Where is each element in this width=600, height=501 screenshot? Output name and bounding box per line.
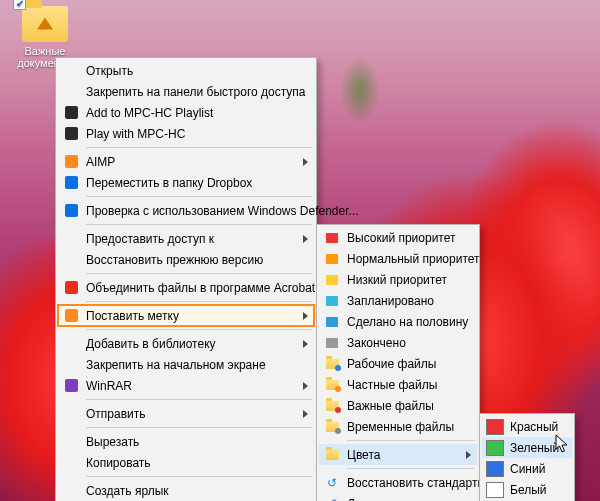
menu-item-label: Вырезать: [86, 435, 292, 449]
menu-item-label: Зеленый: [510, 441, 559, 455]
check-icon: ✔: [13, 0, 26, 10]
tag-menu-item[interactable]: Важные файлы: [319, 395, 477, 416]
color-swatch-icon: [486, 482, 504, 498]
restore-icon: ↺: [323, 475, 341, 491]
menu-item-label: AIMP: [86, 155, 292, 169]
tag-menu-item[interactable]: Цвета: [319, 444, 477, 465]
tag-menu-item[interactable]: ↺Другие иконки...: [319, 493, 477, 501]
separator: [86, 476, 312, 477]
separator: [347, 440, 475, 441]
flag-grey-icon: [323, 335, 341, 351]
separator: [86, 301, 312, 302]
context-menu-item[interactable]: Отправить: [58, 403, 314, 424]
context-menu-item[interactable]: Предоставить доступ к: [58, 228, 314, 249]
menu-item-label: Нормальный приоритет: [347, 252, 480, 266]
mpc-icon: [62, 105, 80, 121]
up-arrow-icon: [37, 17, 53, 29]
tag-menu-item[interactable]: Низкий приоритет: [319, 269, 477, 290]
blank-icon: [62, 434, 80, 450]
context-menu-item[interactable]: Закрепить на начальном экране: [58, 354, 314, 375]
color-menu-item[interactable]: Синий: [482, 458, 572, 479]
separator: [86, 196, 312, 197]
menu-item-label: Add to MPC-HC Playlist: [86, 106, 292, 120]
menu-item-label: Белый: [510, 483, 550, 497]
separator: [347, 468, 475, 469]
menu-item-label: WinRAR: [86, 379, 292, 393]
separator: [86, 329, 312, 330]
tag-menu-item[interactable]: Частные файлы: [319, 374, 477, 395]
color-menu-item[interactable]: Белый: [482, 479, 572, 500]
menu-item-label: Play with MPC-HC: [86, 127, 292, 141]
context-menu-item[interactable]: Play with MPC-HC: [58, 123, 314, 144]
tag-menu-item[interactable]: Нормальный приоритет: [319, 248, 477, 269]
menu-item-label: Переместить в папку Dropbox: [86, 176, 292, 190]
tag-menu-item[interactable]: Закончено: [319, 332, 477, 353]
separator: [86, 224, 312, 225]
acrobat-icon: [62, 280, 80, 296]
menu-item-label: Объединить файлы в программе Acrobat...: [86, 281, 325, 295]
flag-blue-icon: [323, 314, 341, 330]
color-menu-item[interactable]: Красный: [482, 416, 572, 437]
blank-icon: [62, 231, 80, 247]
menu-item-label: Частные файлы: [347, 378, 455, 392]
flag-orange-icon: [323, 251, 341, 267]
tag-menu-item[interactable]: Рабочие файлы: [319, 353, 477, 374]
menu-item-label: Запланировано: [347, 294, 455, 308]
folder-icon: ✔: [22, 6, 68, 42]
menu-item-label: Предоставить доступ к: [86, 232, 292, 246]
menu-item-label: Сделано на половину: [347, 315, 468, 329]
context-menu-item[interactable]: Объединить файлы в программе Acrobat...: [58, 277, 314, 298]
context-menu-item[interactable]: Закрепить на панели быстрого доступа: [58, 81, 314, 102]
blank-icon: [62, 455, 80, 471]
menu-item-label: Низкий приоритет: [347, 273, 455, 287]
context-menu-item[interactable]: Копировать: [58, 452, 314, 473]
fold-grey-icon: [323, 419, 341, 435]
tag-menu-item[interactable]: Запланировано: [319, 290, 477, 311]
blank-icon: [62, 406, 80, 422]
context-menu-item[interactable]: Проверка с использованием Windows Defend…: [58, 200, 314, 221]
separator: [86, 427, 312, 428]
menu-item-label: Проверка с использованием Windows Defend…: [86, 204, 359, 218]
separator: [86, 399, 312, 400]
tag-menu-item[interactable]: Временные файлы: [319, 416, 477, 437]
context-menu-tag: Высокий приоритетНормальный приоритетНиз…: [316, 224, 480, 501]
context-menu-item[interactable]: WinRAR: [58, 375, 314, 396]
context-menu-item[interactable]: Add to MPC-HC Playlist: [58, 102, 314, 123]
menu-item-label: Восстановить прежнюю версию: [86, 253, 292, 267]
context-menu-item[interactable]: Добавить в библиотеку: [58, 333, 314, 354]
menu-item-label: Создать ярлык: [86, 484, 292, 498]
fold-blue-icon: [323, 356, 341, 372]
menu-item-label: Открыть: [86, 64, 292, 78]
restore-icon: ↺: [323, 496, 341, 502]
menu-item-label: Закрепить на начальном экране: [86, 358, 292, 372]
flag-cyan-icon: [323, 293, 341, 309]
context-menu-item[interactable]: Переместить в папку Dropbox: [58, 172, 314, 193]
winrar-icon: [62, 378, 80, 394]
menu-item-label: Синий: [510, 462, 550, 476]
tag-menu-item[interactable]: Сделано на половину: [319, 311, 477, 332]
defender-icon: [62, 203, 80, 219]
context-menu-item[interactable]: Восстановить прежнюю версию: [58, 249, 314, 270]
tag-menu-item[interactable]: Высокий приоритет: [319, 227, 477, 248]
blank-icon: [62, 336, 80, 352]
context-menu-item[interactable]: AIMP: [58, 151, 314, 172]
mpc-icon: [62, 126, 80, 142]
context-menu-item[interactable]: Вырезать: [58, 431, 314, 452]
color-swatch-icon: [486, 461, 504, 477]
fold-red-icon: [323, 398, 341, 414]
context-menu-item[interactable]: Открыть: [58, 60, 314, 81]
separator: [86, 147, 312, 148]
context-menu-item[interactable]: Поставить метку: [58, 305, 314, 326]
menu-item-label: Временные файлы: [347, 420, 455, 434]
context-menu-item[interactable]: Создать ярлык: [58, 480, 314, 501]
menu-item-label: Рабочие файлы: [347, 357, 455, 371]
menu-item-label: Красный: [510, 420, 558, 434]
tag-menu-item[interactable]: ↺Восстановить стандартную: [319, 472, 477, 493]
menu-item-label: Копировать: [86, 456, 292, 470]
flag-yellow-icon: [323, 272, 341, 288]
context-menu-colors: КрасныйЗеленыйСинийБелыйСерыйЧерный: [479, 413, 575, 501]
color-swatch-icon: [486, 419, 504, 435]
color-menu-item[interactable]: Зеленый: [482, 437, 572, 458]
blank-icon: [62, 483, 80, 499]
blank-icon: [62, 357, 80, 373]
